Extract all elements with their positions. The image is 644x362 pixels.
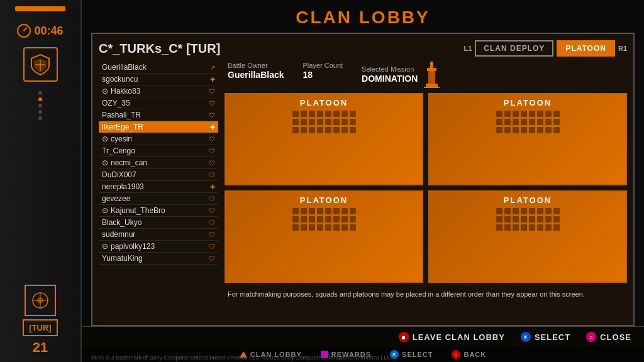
- close-btn-icon: ○: [586, 332, 596, 342]
- sidebar-bottom: [TUR] 21: [23, 285, 57, 356]
- player-item[interactable]: ⊙ necmi_can🛡: [99, 157, 218, 169]
- player-item[interactable]: Tr_Cengo🛡: [99, 145, 218, 157]
- platoon-dot: [350, 208, 356, 214]
- shield-icon: 🛡: [209, 195, 215, 202]
- player-item[interactable]: YumatuKing🛡: [99, 253, 218, 265]
- platoon-box[interactable]: PLATOON: [428, 93, 627, 185]
- sidebar-dots: [38, 91, 42, 120]
- platoon-dot: [309, 208, 315, 214]
- leave-lobby-action[interactable]: ■ LEAVE CLAN LOBBY: [399, 332, 505, 342]
- close-action[interactable]: ○ CLOSE: [586, 332, 631, 342]
- platoon-dot: [350, 111, 356, 117]
- platoon-dot: [350, 216, 356, 222]
- nav-select-label: SELECT: [402, 351, 433, 358]
- platoon-dot: [529, 127, 535, 133]
- platoon-dot: [496, 208, 502, 214]
- platoon-dot: [325, 216, 331, 222]
- platoon-dot: [341, 208, 348, 214]
- platoon-dot: [292, 119, 299, 125]
- platoon-box[interactable]: PLATOON: [225, 190, 423, 283]
- platoon-dot: [301, 216, 307, 222]
- player-item[interactable]: ⊙ Kajunut_TheBro🛡: [99, 205, 218, 217]
- player-item[interactable]: DuDiX007🛡: [99, 169, 218, 181]
- clan-header: C*_TURKs_C* [TUR] L1 CLAN DEPLOY PLATOON…: [99, 40, 627, 57]
- player-item[interactable]: nerepla1903✚: [99, 181, 218, 193]
- player-item[interactable]: gevezee🛡: [99, 193, 218, 205]
- platoon-dots: [496, 111, 560, 133]
- player-item[interactable]: ⊙ cyesin🛡: [99, 133, 218, 145]
- player-name: YumatuKing: [102, 254, 143, 263]
- platoon-dot: [292, 216, 299, 222]
- leave-btn-icon: ■: [399, 332, 409, 342]
- content-area: C*_TURKs_C* [TUR] L1 CLAN DEPLOY PLATOON…: [91, 33, 635, 326]
- player-name: GuerillaBlack: [102, 63, 147, 72]
- platoon-label: PLATOON: [504, 98, 552, 107]
- faction-logo-icon: [31, 291, 50, 310]
- platoon-dot: [504, 119, 511, 125]
- platoon-dot: [325, 224, 331, 231]
- platoon-dot: [341, 119, 348, 125]
- platoon-dot: [537, 127, 543, 133]
- platoon-dot: [504, 224, 511, 231]
- platoon-dot: [545, 111, 552, 117]
- player-name: ⊙ Hakko83: [102, 87, 140, 96]
- platoon-dot: [309, 216, 315, 222]
- platoon-dot: [529, 119, 535, 125]
- platoon-dot: [545, 127, 552, 133]
- shield-icon: 🛡: [209, 136, 215, 143]
- platoon-dot: [529, 216, 535, 222]
- main-panel: CLAN LOBBY C*_TURKs_C* [TUR] L1 CLAN DEP…: [82, 0, 644, 362]
- player-name: gevezee: [102, 194, 130, 203]
- platoon-dot: [545, 119, 552, 125]
- platoon-dot: [529, 111, 535, 117]
- dot: [38, 116, 42, 120]
- player-name: OZY_35: [102, 99, 130, 107]
- platoon-dot: [350, 224, 356, 231]
- platoon-dot: [537, 119, 543, 125]
- clan-deploy-tab[interactable]: CLAN DEPLOY: [475, 40, 553, 57]
- player-list-col: GuerillaBlack↗sgockuncu✚⊙ Hakko83🛡OZY_35…: [99, 62, 218, 302]
- player-name: nerepla1903: [102, 182, 144, 191]
- nav-back[interactable]: ○ BACK: [452, 350, 486, 359]
- platoon-dot: [317, 111, 323, 117]
- platoon-dot: [333, 216, 340, 222]
- platoon-dots: [292, 208, 356, 231]
- platoon-label: PLATOON: [504, 195, 552, 205]
- player-item[interactable]: sudemnur🛡: [99, 229, 218, 241]
- shield-icon: 🛡: [209, 219, 215, 226]
- player-item[interactable]: Pashali_TR🛡: [99, 109, 218, 121]
- platoon-tab[interactable]: PLATOON: [557, 40, 615, 57]
- arrow-icon: ↗: [210, 64, 215, 71]
- player-count-value: 18: [303, 70, 313, 80]
- shield-icon: 🛡: [209, 100, 215, 107]
- platoon-dot: [496, 216, 502, 222]
- player-count-info: Player Count 18: [303, 62, 343, 88]
- select-action[interactable]: × SELECT: [521, 332, 570, 342]
- platoon-dot: [504, 216, 511, 222]
- platoon-dot: [301, 208, 307, 214]
- platoon-dot: [521, 127, 527, 133]
- tab-row: L1 CLAN DEPLOY PLATOON R1: [464, 40, 627, 57]
- player-name: sudemnur: [102, 230, 135, 239]
- player-item[interactable]: ⊙ papivolky123🛡: [99, 241, 218, 253]
- platoon-box[interactable]: PLATOON: [225, 93, 423, 185]
- player-item[interactable]: sgockuncu✚: [99, 74, 218, 85]
- player-item[interactable]: ilkerEge_TR✚: [99, 121, 218, 133]
- mission-value: DOMINATION: [362, 74, 418, 84]
- platoon-label: PLATOON: [300, 195, 348, 205]
- player-item[interactable]: OZY_35🛡: [99, 97, 218, 109]
- battle-info: Battle Owner GuerillaBlack Player Count …: [225, 62, 627, 88]
- platoon-dot: [333, 208, 340, 214]
- platoon-dot: [333, 111, 340, 117]
- player-item[interactable]: ⊙ Hakko83🛡: [99, 85, 218, 97]
- clan-name: C*_TURKs_C* [TUR]: [99, 41, 220, 56]
- select-btn-icon: ×: [521, 332, 531, 342]
- platoon-dot: [513, 224, 519, 231]
- faction-logo: [25, 285, 56, 316]
- player-item[interactable]: GuerillaBlack↗: [99, 62, 218, 74]
- platoon-dot: [301, 224, 307, 231]
- platoon-box[interactable]: PLATOON: [428, 190, 627, 283]
- platoon-dot: [292, 111, 299, 117]
- platoon-dot: [325, 127, 331, 133]
- player-item[interactable]: Black_Ukyo🛡: [99, 217, 218, 229]
